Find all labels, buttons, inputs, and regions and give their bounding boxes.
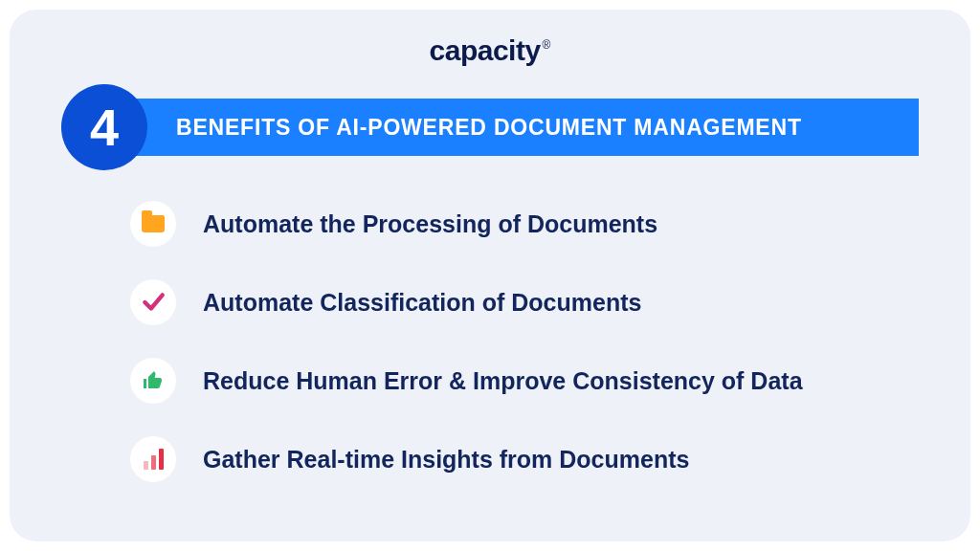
bar-chart-icon bbox=[130, 436, 176, 482]
brand-logo: capacity ® bbox=[61, 34, 919, 67]
item-label: Reduce Human Error & Improve Consistency… bbox=[203, 367, 803, 395]
item-label: Automate the Processing of Documents bbox=[203, 210, 657, 238]
title-bar: BENEFITS OF AI-POWERED DOCUMENT MANAGEME… bbox=[90, 99, 919, 156]
page-title: BENEFITS OF AI-POWERED DOCUMENT MANAGEME… bbox=[176, 115, 802, 141]
count-badge: 4 bbox=[61, 84, 147, 170]
list-item: Automate Classification of Documents bbox=[130, 279, 919, 325]
item-label: Automate Classification of Documents bbox=[203, 289, 641, 317]
item-label: Gather Real-time Insights from Documents bbox=[203, 446, 689, 474]
check-icon bbox=[130, 279, 176, 325]
thumbs-up-icon bbox=[130, 358, 176, 404]
list-item: Gather Real-time Insights from Documents bbox=[130, 436, 919, 482]
registered-mark: ® bbox=[543, 38, 551, 52]
folder-icon bbox=[130, 201, 176, 247]
count-number: 4 bbox=[90, 101, 119, 153]
infographic-card: capacity ® BENEFITS OF AI-POWERED DOCUME… bbox=[10, 10, 970, 541]
list-item: Automate the Processing of Documents bbox=[130, 201, 919, 247]
brand-name: capacity bbox=[430, 34, 541, 67]
title-section: BENEFITS OF AI-POWERED DOCUMENT MANAGEME… bbox=[61, 84, 919, 170]
list-item: Reduce Human Error & Improve Consistency… bbox=[130, 358, 919, 404]
benefits-list: Automate the Processing of Documents Aut… bbox=[61, 184, 919, 482]
